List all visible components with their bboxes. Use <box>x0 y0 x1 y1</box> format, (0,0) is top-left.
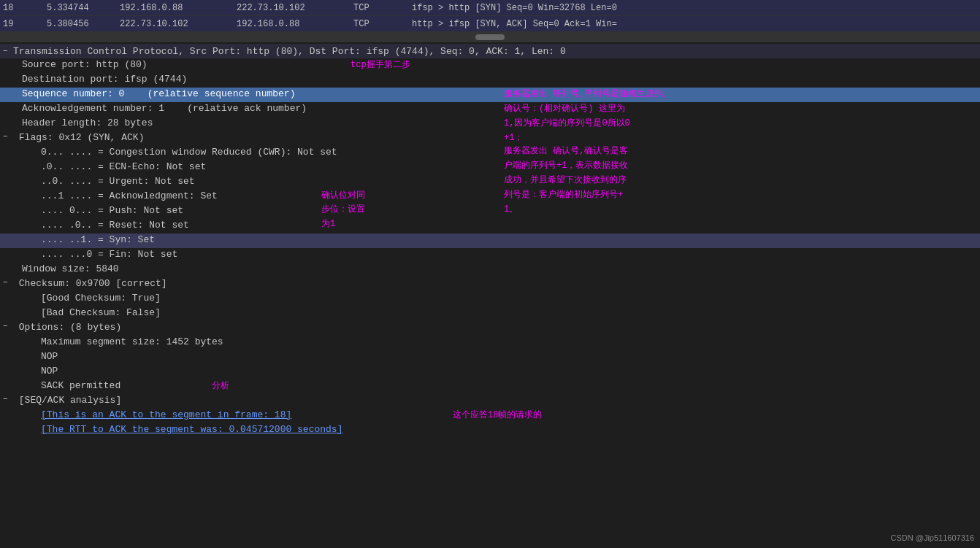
packet-time-19: 5.380456 <box>47 19 120 29</box>
annotation-ack-flag-1: 确认位对同 <box>321 190 365 202</box>
cwnd-text: 0... .... = Congestion window Reduced (C… <box>41 147 337 158</box>
reset-text: .... .0.. = Reset: Not set <box>41 220 189 231</box>
annotation-server-1: 服务器发出 确认号,确认号是客 <box>504 144 628 157</box>
packet-row-19[interactable]: 19 5.380456 222.73.10.102 192.168.0.88 T… <box>0 16 980 32</box>
scrollbar-thumb[interactable] <box>475 34 505 40</box>
detail-ack-flag[interactable]: ...1 .... = Acknowledgment: Set 确认位对同 列号… <box>0 190 980 204</box>
ack-flag-text: ...1 .... = Acknowledgment: Set <box>41 190 218 201</box>
nop2-text: NOP <box>41 366 58 377</box>
detail-push[interactable]: .... 0... = Push: Not set 步位：设置 1。 <box>0 204 980 219</box>
packet-proto-19: TCP <box>353 19 412 29</box>
annotation-ack-2: 1,因为客户端的序列号是0所以0 <box>504 117 630 129</box>
seq-ack-text: [SEQ/ACK analysis] <box>13 395 121 406</box>
options-toggle[interactable]: − <box>3 322 13 331</box>
detail-checksum[interactable]: − Checksum: 0x9700 [correct] <box>0 277 980 292</box>
horizontal-scrollbar[interactable] <box>0 32 980 42</box>
detail-reset[interactable]: .... .0.. = Reset: Not set 为1 <box>0 219 980 234</box>
src-port-text: Source port: http (80) <box>22 59 148 70</box>
detail-ecn[interactable]: .0.. .... = ECN-Echo: Not set 户端的序列号+1，表… <box>0 161 980 175</box>
flags-toggle[interactable]: − <box>3 132 13 141</box>
window-text: Window size: 5840 <box>22 263 119 274</box>
options-text: Options: (8 bytes) <box>13 322 121 333</box>
annotation-server-3: 成功，并且希望下次接收到的序 <box>504 174 627 186</box>
detail-header-len[interactable]: Header length: 28 bytes 1,因为客户端的序列号是0所以0 <box>0 117 980 131</box>
detail-ack-ref[interactable]: [This is an ACK to the segment in frame:… <box>0 409 980 423</box>
sack-text: SACK permitted <box>41 380 120 391</box>
detail-nop2[interactable]: NOP <box>0 365 980 379</box>
packet-no-19: 19 <box>3 19 47 29</box>
watermark: CSDN @Jip511607316 <box>890 533 974 542</box>
push-text: .... 0... = Push: Not set <box>41 205 183 216</box>
seq-num-text: Sequence number: 0 (relative sequence nu… <box>22 88 295 99</box>
annotation-server-4: 列号是：客户端的初始序列号+ <box>504 188 623 201</box>
max-seg-text: Maximum segment size: 1452 bytes <box>41 336 223 347</box>
dst-port-text: Destination port: ifsp (4744) <box>22 74 187 85</box>
annotation-ack-3: +1； <box>504 131 523 144</box>
header-len-text: Header length: 28 bytes <box>22 117 153 128</box>
packet-proto-18: TCP <box>353 3 412 13</box>
rtt-text: [The RTT to ACK the segment was: 0.04571… <box>41 424 342 435</box>
detail-urgent[interactable]: ..0. .... = Urgent: Not set 成功，并且希望下次接收到… <box>0 175 980 190</box>
detail-sack[interactable]: SACK permitted 分析 <box>0 379 980 394</box>
syn-flag-text: .... ..1. = Syn: Set <box>41 234 155 245</box>
bad-checksum-text: [Bad Checksum: False] <box>41 307 161 318</box>
packet-src-19: 222.73.10.102 <box>120 19 237 29</box>
annotation-ack-flag-3: 为1 <box>321 217 335 230</box>
detail-flags[interactable]: − Flags: 0x12 (SYN, ACK) +1； <box>0 131 980 146</box>
detail-ack-num[interactable]: Acknowledgement number: 1 (relative ack … <box>0 102 980 117</box>
detail-cwnd[interactable]: 0... .... = Congestion window Reduced (C… <box>0 146 980 161</box>
annotation-server-2: 户端的序列号+1，表示数据接收 <box>504 159 628 171</box>
tcp-header-text: Transmission Control Protocol, Src Port:… <box>13 46 566 57</box>
ack-ref-text[interactable]: [This is an ACK to the segment in frame:… <box>41 409 291 420</box>
seq-ack-toggle[interactable]: − <box>3 395 13 404</box>
annotation-analysis: 分析 <box>212 379 229 392</box>
detail-options[interactable]: − Options: (8 bytes) <box>0 321 980 336</box>
detail-rtt[interactable]: [The RTT to ACK the segment was: 0.04571… <box>0 423 980 438</box>
tcp-toggle[interactable]: − <box>3 47 13 55</box>
packet-time-18: 5.334744 <box>47 3 120 13</box>
tcp-header-line: − Transmission Control Protocol, Src Por… <box>0 44 980 58</box>
good-checksum-text: [Good Checksum: True] <box>41 293 161 304</box>
annotation-server-5: 1。 <box>504 203 518 215</box>
ack-num-text: Acknowledgement number: 1 (relative ack … <box>22 103 307 114</box>
ecn-text: .0.. .... = ECN-Echo: Not set <box>41 161 206 172</box>
detail-max-seg[interactable]: Maximum segment size: 1452 bytes <box>0 336 980 350</box>
packet-src-18: 192.168.0.88 <box>120 3 237 13</box>
nop1-text: NOP <box>41 351 58 362</box>
packet-row-18[interactable]: 18 5.334744 192.168.0.88 222.73.10.102 T… <box>0 0 980 16</box>
checksum-text: Checksum: 0x9700 [correct] <box>13 278 167 289</box>
urgent-text: ..0. .... = Urgent: Not set <box>41 176 195 187</box>
packet-no-18: 18 <box>3 3 47 13</box>
detail-nop1[interactable]: NOP <box>0 350 980 365</box>
detail-fin[interactable]: .... ...0 = Fin: Not set <box>0 248 980 263</box>
checksum-toggle[interactable]: − <box>3 278 13 287</box>
packet-dst-18: 222.73.10.102 <box>237 3 353 13</box>
packet-dst-19: 192.168.0.88 <box>237 19 353 29</box>
packet-info-18: ifsp > http [SYN] Seq=0 Win=32768 Len=0 <box>412 3 977 13</box>
detail-seq-num[interactable]: Sequence number: 0 (relative sequence nu… <box>0 88 980 102</box>
annotation-tcp-handshake: tcp握手第二步 <box>351 58 410 71</box>
detail-window[interactable]: Window size: 5840 <box>0 263 980 277</box>
packet-table: 18 5.334744 192.168.0.88 222.73.10.102 T… <box>0 0 980 32</box>
annotation-ack-1: 确认号：(相对确认号) 这里为 <box>504 102 625 115</box>
detail-src-port[interactable]: Source port: http (80) tcp握手第二步 <box>0 58 980 73</box>
detail-bad-checksum[interactable]: [Bad Checksum: False] <box>0 306 980 321</box>
detail-seq-ack[interactable]: − [SEQ/ACK analysis] <box>0 394 980 409</box>
packet-info-19: http > ifsp [SYN, ACK] Seq=0 Ack=1 Win= <box>412 19 977 29</box>
detail-dst-port[interactable]: Destination port: ifsp (4744) <box>0 73 980 88</box>
detail-panel: − Transmission Control Protocol, Src Por… <box>0 42 980 439</box>
detail-syn-flag[interactable]: .... ..1. = Syn: Set <box>0 234 980 248</box>
flags-text: Flags: 0x12 (SYN, ACK) <box>13 132 144 143</box>
detail-good-checksum[interactable]: [Good Checksum: True] <box>0 292 980 306</box>
annotation-ack-flag-2: 步位：设置 <box>321 203 365 215</box>
annotation-ack-ref: 这个应答18帧的请求的 <box>453 409 542 421</box>
annotation-seq: 服务器发出 序列号,序列号是随机生成的。 <box>504 88 672 100</box>
fin-text: .... ...0 = Fin: Not set <box>41 249 177 260</box>
